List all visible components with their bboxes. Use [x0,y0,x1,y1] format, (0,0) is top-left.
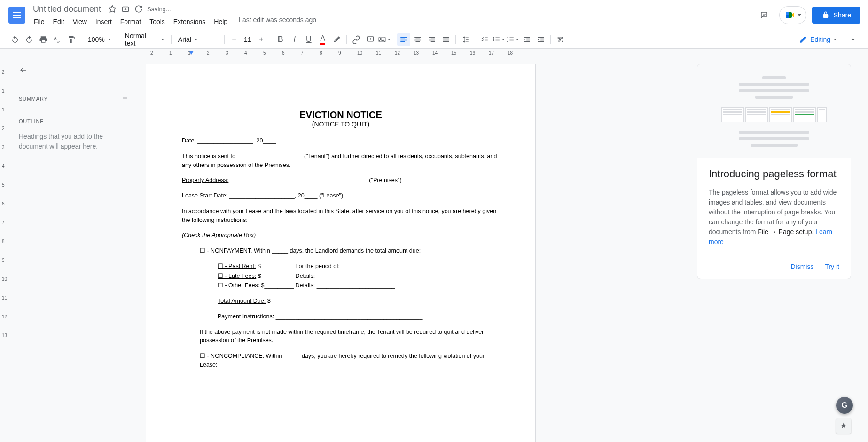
last-edit-link[interactable]: Last edit was seconds ago [239,16,316,27]
menu-extensions[interactable]: Extensions [170,16,209,27]
font-increase-button[interactable]: + [255,33,268,46]
redo-button[interactable] [23,33,36,46]
print-button[interactable] [37,33,50,46]
svg-text:1: 1 [507,36,508,39]
menu-tools[interactable]: Tools [146,16,169,27]
chevron-down-icon [516,39,519,40]
doc-notice-sent: This notice is sent to _________________… [182,152,500,170]
doc-past-rent: ☐ - Past Rent: $__________ For the perio… [218,262,500,271]
svg-point-7 [493,37,494,38]
menu-help[interactable]: Help [210,16,231,27]
spellcheck-button[interactable] [51,33,64,46]
app-header: Untitled document Saving... File Edit Vi… [0,0,868,30]
menu-format[interactable]: Format [117,16,145,27]
doc-subtitle: (NOTICE TO QUIT) [182,120,500,128]
bold-button[interactable]: B [274,33,287,46]
outline-hint: Headings that you add to the document wi… [19,132,128,151]
pencil-icon [799,35,807,44]
chevron-down-icon [161,39,164,40]
doc-accordance: In accordance with your Lease and the la… [182,207,500,225]
doc-lease-date: Lease Start Date: ____________________, … [182,191,500,200]
lock-icon [821,11,830,19]
share-label: Share [834,11,851,19]
svg-point-8 [493,39,494,41]
doc-nonpayment: ☐ - NONPAYMENT. Within _____ days, the L… [200,246,500,255]
promo-title: Introducing pageless format [709,168,839,180]
comment-history-icon[interactable] [755,6,774,24]
bullet-list-button[interactable] [492,33,505,46]
explore-button[interactable] [836,418,851,434]
chevron-down-icon [108,39,111,40]
italic-button[interactable]: I [288,33,301,46]
share-button[interactable]: Share [812,7,860,24]
svg-rect-2 [786,12,789,15]
underline-button[interactable]: U [302,33,315,46]
dismiss-button[interactable]: Dismiss [790,263,813,270]
font-size-input[interactable] [241,36,255,43]
paint-format-button[interactable] [65,33,78,46]
menu-bar: File Edit View Insert Format Tools Exten… [30,16,755,27]
menu-view[interactable]: View [69,16,91,27]
doc-date: Date: _________________, 20____ [182,136,500,145]
pageless-promo-card: Introducing pageless format The pageless… [697,64,851,279]
highlight-button[interactable] [330,33,344,46]
docs-logo[interactable] [8,6,26,24]
chevron-down-icon [798,14,801,16]
doc-if-above: If the above payment is not made within … [200,328,500,346]
align-center-button[interactable] [411,33,424,46]
undo-button[interactable] [8,33,22,46]
zoom-select[interactable]: 100% [84,34,115,45]
star-icon[interactable] [108,4,117,14]
horizontal-ruler[interactable]: 21123456789101112131415161718 [0,49,868,56]
summary-label: SUMMARY [19,96,48,102]
doc-other-fees: ☐ - Other Fees: $_________ Details: ____… [218,281,500,290]
grammarly-icon[interactable]: G [836,397,853,414]
meet-button[interactable] [779,6,806,24]
chevron-down-icon [833,39,837,40]
chevron-down-icon [194,39,198,40]
style-select[interactable]: Normal text [121,30,168,49]
numbered-list-button[interactable]: 12 [506,33,519,46]
clear-format-button[interactable] [554,33,567,46]
font-select[interactable]: Arial [174,34,221,45]
promo-text: The pageless format allows you to add wi… [709,188,839,247]
align-justify-button[interactable] [439,33,453,46]
chevron-down-icon [387,39,391,40]
promo-illustration [697,64,851,158]
font-decrease-button[interactable]: − [227,33,241,46]
svg-text:2: 2 [507,39,508,42]
outline-sidebar: SUMMARY + OUTLINE Headings that you add … [8,56,139,442]
link-button[interactable] [350,33,363,46]
doc-checkbox: (Check the Appropriate Box) [182,231,500,240]
move-icon[interactable] [121,4,130,14]
checklist-button[interactable] [478,33,491,46]
document-title[interactable]: Untitled document [30,3,104,15]
vertical-ruler[interactable]: 2112345678910111213 [0,56,8,442]
menu-edit[interactable]: Edit [49,16,68,27]
editing-mode-button[interactable]: Editing [794,32,842,47]
collapse-toolbar-button[interactable] [846,33,860,46]
add-summary-button[interactable]: + [122,93,128,104]
comment-button[interactable] [364,33,377,46]
indent-button[interactable] [534,33,547,46]
line-spacing-button[interactable] [459,33,472,46]
text-color-button[interactable]: A [316,33,329,46]
chevron-down-icon [501,39,505,40]
outline-label: OUTLINE [19,118,44,124]
image-button[interactable] [378,33,391,46]
try-it-button[interactable]: Try it [825,263,839,270]
align-right-button[interactable] [425,33,438,46]
doc-noncompliance: ☐ - NONCOMPLIANCE. Within _____ days, yo… [200,352,500,370]
cloud-status-icon[interactable] [134,4,143,14]
doc-property: Property Address: ______________________… [182,176,500,185]
menu-insert[interactable]: Insert [92,16,116,27]
align-left-button[interactable] [397,33,410,46]
sidebar-back-button[interactable] [19,66,30,77]
outdent-button[interactable] [520,33,533,46]
document-page[interactable]: EVICTION NOTICE (NOTICE TO QUIT) Date: _… [146,64,536,442]
menu-file[interactable]: File [30,16,48,27]
saving-status: Saving... [147,6,171,13]
main-area: 2112345678910111213 SUMMARY + OUTLINE He… [0,56,868,442]
title-area: Untitled document Saving... File Edit Vi… [30,3,755,27]
doc-title: EVICTION NOTICE [182,110,500,120]
